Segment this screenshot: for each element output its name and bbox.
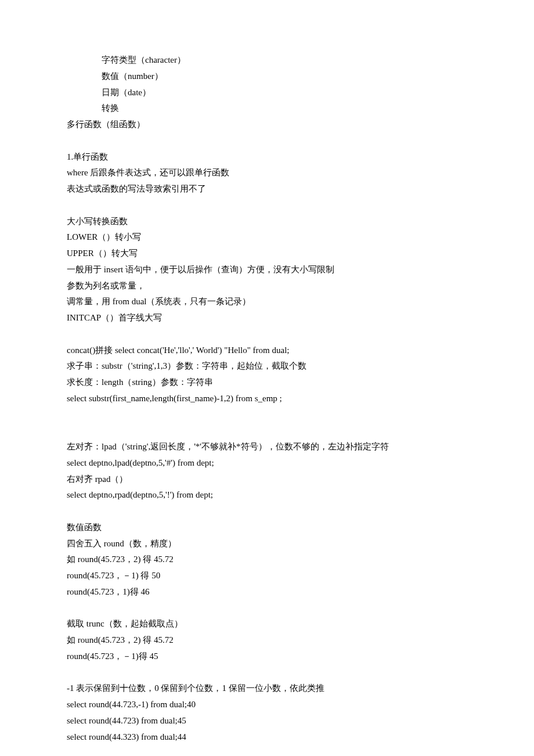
blank-line xyxy=(67,197,467,214)
text-line: LOWER（）转小写 xyxy=(67,229,467,246)
blank-line xyxy=(67,503,467,520)
text-line: round(45.723，1)得 46 xyxy=(67,584,467,600)
text-line: 如 round(45.723，2) 得 45.72 xyxy=(67,632,467,649)
text-line: 调常量，用 from dual（系统表，只有一条记录） xyxy=(67,294,467,310)
blank-line xyxy=(67,407,467,423)
text-line: -1 表示保留到十位数，0 保留到个位数，1 保留一位小数，依此类推 xyxy=(67,681,467,697)
text-line: 数值函数 xyxy=(67,520,467,536)
text-line: round(45.723，－1)得 45 xyxy=(67,649,467,665)
blank-line xyxy=(67,600,467,617)
text-line: 字符类型（character） xyxy=(67,52,467,69)
blank-line xyxy=(67,423,467,439)
text-line: concat()拼接 select concat('He','llo',' Wo… xyxy=(67,343,467,359)
text-line: select deptno,lpad(deptno,5,'#') from de… xyxy=(67,455,467,471)
text-line: 数值（number） xyxy=(67,69,467,85)
text-line: 右对齐 rpad（） xyxy=(67,471,467,488)
text-line: 转换 xyxy=(67,100,467,117)
text-line: select deptno,rpad(deptno,5,'!') from de… xyxy=(67,487,467,503)
text-line: 1.单行函数 xyxy=(67,149,467,165)
text-line: select substr(first_name,length(first_na… xyxy=(67,391,467,407)
text-line: 多行函数（组函数） xyxy=(67,117,467,133)
text-line: 左对齐：lpad（'string',返回长度，'*'不够就补*符号），位数不够的… xyxy=(67,439,467,455)
text-line: 四舍五入 round（数，精度） xyxy=(67,536,467,552)
text-line: where 后跟条件表达式，还可以跟单行函数 xyxy=(67,165,467,181)
text-line: select round(44.323) from dual;44 xyxy=(67,729,467,746)
text-line: UPPER（）转大写 xyxy=(67,246,467,262)
text-line: 如 round(45.723，2) 得 45.72 xyxy=(67,552,467,568)
text-line: 表达式或函数的写法导致索引用不了 xyxy=(67,181,467,197)
text-line: INITCAP（）首字线大写 xyxy=(67,310,467,326)
text-line: 求子串：substr（'string',1,3）参数：字符串，起始位，截取个数 xyxy=(67,358,467,375)
text-line: 日期（date） xyxy=(67,85,467,101)
text-line: 大小写转换函数 xyxy=(67,214,467,230)
text-line: 求长度：length（string）参数：字符串 xyxy=(67,375,467,391)
blank-line xyxy=(67,665,467,681)
text-line: 截取 trunc（数，起始截取点） xyxy=(67,616,467,632)
text-line: select round(44.723) from dual;45 xyxy=(67,713,467,729)
text-line: select round(44.723,-1) from dual;40 xyxy=(67,697,467,713)
blank-line xyxy=(67,133,467,149)
text-line: round(45.723，－1) 得 50 xyxy=(67,568,467,584)
text-line: 参数为列名或常量， xyxy=(67,278,467,294)
text-line: 一般用于 insert 语句中，便于以后操作（查询）方便，没有大小写限制 xyxy=(67,262,467,278)
blank-line xyxy=(67,326,467,343)
